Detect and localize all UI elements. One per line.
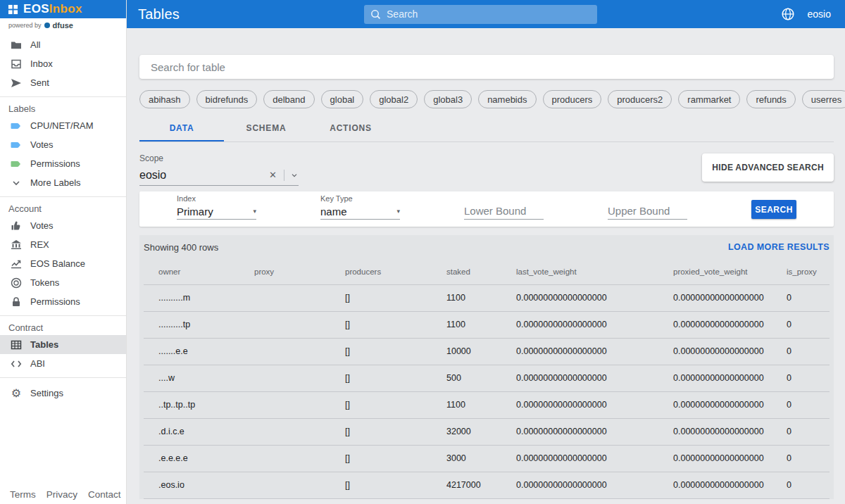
search-icon [370, 8, 382, 20]
sidebar-item-sent[interactable]: Sent [0, 73, 126, 92]
results-bar: Showing 400 rows LOAD MORE RESULTS [144, 235, 830, 259]
table-chip-global3[interactable]: global3 [424, 90, 472, 108]
sidebar-item-account-permissions[interactable]: Permissions [0, 292, 126, 311]
table-chip-abihash[interactable]: abihash [139, 90, 190, 108]
cell-staked: 1100 [446, 391, 516, 418]
key-type-select[interactable]: Key Type name ▾ [320, 194, 400, 220]
logo-text: EOSInbox [23, 2, 82, 16]
sidebar-item-label: Permissions [30, 158, 80, 169]
cell-proxied_vote_weight: 0.00000000000000000 [673, 338, 787, 365]
cell-staked: 3000 [446, 445, 516, 472]
powered-by-label: powered by [8, 22, 42, 29]
scope-value-row[interactable]: eosio ✕ [139, 165, 299, 186]
cell-proxy [254, 284, 345, 311]
table-chip-global2[interactable]: global2 [370, 90, 418, 108]
upper-bound-input[interactable] [608, 203, 687, 220]
cell-last_vote_weight: 0.00000000000000000 [516, 284, 673, 311]
sidebar-item-account-votes[interactable]: Votes [0, 216, 126, 235]
sidebar-item-tables[interactable]: Tables [0, 335, 126, 354]
topbar-right: eosio [781, 7, 831, 21]
contact-link[interactable]: Contact [88, 489, 121, 500]
sidebar-item-label: Tokens [30, 277, 59, 288]
sidebar-item-abi[interactable]: ABI [0, 354, 126, 373]
table-chip-producers[interactable]: producers [543, 90, 602, 108]
cell-is_proxy: 0 [787, 338, 830, 365]
sidebar-item-tokens[interactable]: Tokens [0, 273, 126, 292]
caret-down-icon: ▾ [396, 208, 400, 215]
lower-bound-input[interactable] [464, 203, 544, 220]
dfuse-logo-icon [44, 23, 50, 28]
sidebar-item-label-permissions[interactable]: Permissions [0, 154, 126, 173]
sidebar-item-label: Tables [30, 339, 58, 350]
page-title: Tables [138, 6, 180, 23]
sidebar-item-label: Votes [30, 139, 54, 150]
sidebar-item-settings[interactable]: ⚙ Settings [0, 384, 126, 403]
cell-owner: ....w [144, 365, 254, 391]
cell-staked: 1100 [446, 284, 516, 311]
cell-is_proxy: 0 [787, 311, 830, 338]
sidebar-item-label: REX [30, 239, 49, 250]
app-logo-icon [6, 3, 19, 15]
globe-icon[interactable] [781, 7, 795, 21]
table-chip-global[interactable]: global [321, 90, 364, 108]
cell-proxy [254, 472, 345, 498]
privacy-link[interactable]: Privacy [46, 489, 77, 500]
main-column: Tables eosio abihashbidrefundsdelbandglo… [127, 0, 845, 504]
table-row: .......e.e[]100000.000000000000000000.00… [144, 338, 830, 365]
tab-actions[interactable]: ACTIONS [308, 114, 393, 141]
cell-staked: 4217000 [446, 472, 516, 498]
scope-dropdown-icon[interactable] [290, 171, 299, 179]
scope-select: Scope eosio ✕ [139, 153, 299, 186]
cell-last_vote_weight: 0.00000000000000000 [516, 338, 673, 365]
terms-link[interactable]: Terms [10, 489, 36, 500]
cell-last_vote_weight: 0.00000000000000000 [516, 472, 673, 498]
sidebar-item-inbox[interactable]: Inbox [0, 54, 126, 73]
table-search-input[interactable] [139, 61, 834, 73]
search-button[interactable]: SEARCH [751, 200, 796, 219]
global-search-input[interactable] [387, 5, 597, 24]
sidebar-item-label-votes[interactable]: Votes [0, 135, 126, 154]
table-chip-rammarket[interactable]: rammarket [678, 90, 740, 108]
cell-last_vote_weight: 0.00000000000000000 [516, 418, 673, 445]
powered-by: powered by dfuse [0, 20, 126, 31]
cell-producers: [] [345, 365, 446, 391]
cell-staked: 32000 [446, 418, 516, 445]
sidebar-item-all[interactable]: All [0, 35, 126, 54]
chevron-down-icon [10, 177, 23, 189]
sidebar-item-rex[interactable]: REX [0, 235, 126, 254]
app-logo[interactable]: EOSInbox [0, 0, 126, 18]
account-name[interactable]: eosio [808, 8, 831, 20]
label-tag-icon [10, 139, 23, 151]
cell-proxied_vote_weight: 0.00000000000000000 [673, 391, 787, 418]
load-more-results-link[interactable]: LOAD MORE RESULTS [728, 242, 830, 252]
cell-proxy [254, 391, 345, 418]
sidebar-item-eos-balance[interactable]: EOS Balance [0, 254, 126, 273]
table-chip-userres[interactable]: userres [802, 90, 845, 108]
table-chip-refunds[interactable]: refunds [746, 90, 795, 108]
table-chip-delband[interactable]: delband [263, 90, 314, 108]
scope-row: Scope eosio ✕ HIDE ADVANCED SEARCH [139, 153, 834, 186]
index-select[interactable]: Index Primary ▾ [177, 194, 256, 220]
hide-advanced-search-button[interactable]: HIDE ADVANCED SEARCH [702, 153, 834, 182]
tabs: DATASCHEMAACTIONS [139, 114, 834, 142]
sidebar-item-cpu-net-ram[interactable]: CPU/NET/RAM [0, 116, 126, 135]
table-search [139, 55, 834, 79]
clear-scope-icon[interactable]: ✕ [268, 170, 278, 180]
sidebar-item-label: ABI [30, 358, 45, 369]
index-label: Index [177, 194, 256, 203]
table-chip-producers2[interactable]: producers2 [608, 90, 672, 108]
bank-icon [10, 239, 23, 251]
cell-is_proxy: 0 [787, 472, 830, 498]
table-row: ..........tp[]11000.000000000000000000.0… [144, 311, 830, 338]
table-chip-bidrefunds[interactable]: bidrefunds [196, 90, 258, 108]
tab-schema[interactable]: SCHEMA [224, 114, 308, 141]
tab-data[interactable]: DATA [139, 114, 224, 141]
cell-proxied_vote_weight: 0.00000000000000000 [673, 418, 787, 445]
index-value: Primary [177, 206, 213, 218]
table-chip-namebids[interactable]: namebids [478, 90, 536, 108]
cell-producers: [] [345, 418, 446, 445]
column-header-producers: producers [345, 259, 446, 284]
sidebar-item-more-labels[interactable]: More Labels [0, 173, 126, 192]
cell-last_vote_weight: 0.00000000000000000 [516, 445, 673, 472]
divider [284, 170, 284, 181]
